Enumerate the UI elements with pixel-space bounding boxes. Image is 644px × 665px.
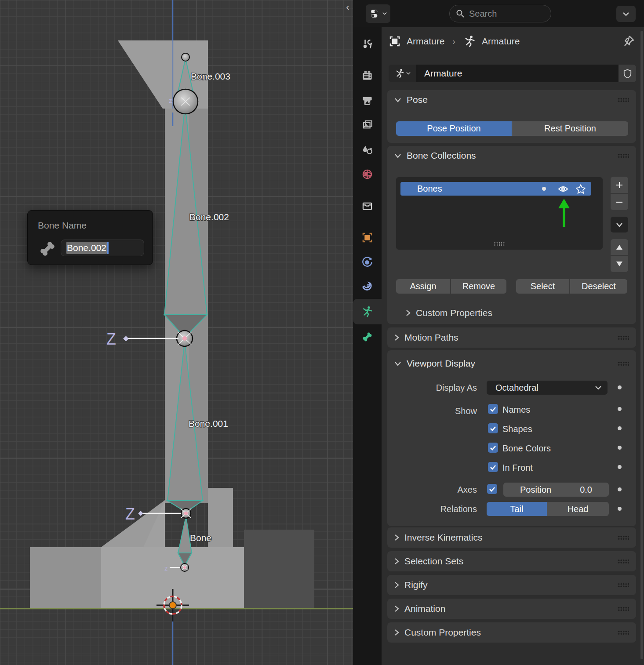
chevron-down-icon <box>394 153 401 158</box>
collection-name: Bones <box>400 184 442 194</box>
datablock-name-field[interactable]: Armature <box>417 65 619 82</box>
remove-button[interactable]: Remove <box>451 279 506 294</box>
bone-collections-header[interactable]: Bone Collections <box>387 146 636 165</box>
tab-view-layer[interactable] <box>353 113 382 137</box>
world-icon <box>361 168 373 180</box>
tab-output[interactable] <box>353 88 382 113</box>
mesh-body[interactable] <box>30 40 314 609</box>
assign-button[interactable]: Assign <box>396 279 451 294</box>
header-options-button[interactable] <box>616 6 636 22</box>
chevron-right-icon <box>406 309 411 316</box>
move-collection-up-button[interactable] <box>611 239 628 255</box>
chevron-down-icon <box>595 385 601 390</box>
bone-name-input[interactable]: Bone.002 <box>61 240 144 256</box>
bone-collection-row-bones[interactable]: Bones <box>400 182 591 196</box>
panel-drag-grip[interactable] <box>617 582 629 588</box>
viewport-display-header[interactable]: Viewport Display <box>387 354 636 373</box>
search-input[interactable]: Search <box>449 5 551 22</box>
tab-bone[interactable] <box>353 324 382 349</box>
panel-drag-grip[interactable] <box>617 97 629 102</box>
object-breadcrumb-icon <box>388 35 401 48</box>
tab-physics[interactable] <box>353 250 382 274</box>
pose-panel-header[interactable]: Pose <box>387 90 636 109</box>
panel-drag-grip[interactable] <box>617 630 629 635</box>
relations-head-button[interactable]: Head <box>547 502 609 516</box>
editor-type-button[interactable] <box>366 4 390 23</box>
panel-drag-grip[interactable] <box>617 335 629 340</box>
constraint-icon <box>361 281 373 293</box>
animate-decorator-dot[interactable] <box>618 426 622 430</box>
id-type-dropdown[interactable] <box>389 65 417 82</box>
animate-decorator-dot[interactable] <box>618 385 622 389</box>
rigify-panel[interactable]: Rigify <box>387 575 636 595</box>
animate-decorator-dot[interactable] <box>618 446 622 450</box>
breadcrumb: Armature › Armature <box>388 33 634 50</box>
position-label: Position <box>520 485 551 495</box>
selection-sets-panel[interactable]: Selection Sets <box>387 551 636 571</box>
motion-paths-panel[interactable]: Motion Paths <box>387 327 636 348</box>
object-origin <box>169 602 176 609</box>
panel-scrollbar[interactable] <box>640 31 643 659</box>
inverse-kinematics-panel[interactable]: Inverse Kinematics <box>387 527 636 548</box>
panel-drag-grip[interactable] <box>617 153 629 158</box>
axes-checkbox[interactable] <box>487 484 497 494</box>
viewport-scene: Z Z z z Bone.003 Bone.002 Bone.001 Bone <box>0 0 353 665</box>
star-icon[interactable] <box>575 184 586 194</box>
rest-position-button[interactable]: Rest Position <box>512 121 628 136</box>
panel-drag-grip[interactable] <box>617 535 629 540</box>
bone-name-label: Bone.002 <box>189 212 229 222</box>
bone-name-popup: Bone Name Bone.002 <box>27 210 153 265</box>
remove-collection-button[interactable] <box>611 194 628 210</box>
bone-colors-checkbox[interactable] <box>488 443 498 453</box>
tab-object-data-active[interactable] <box>353 299 382 324</box>
sidebar-collapse-arrow[interactable]: ‹ <box>343 2 353 13</box>
tab-constraints[interactable] <box>353 274 382 299</box>
tab-scene[interactable] <box>353 137 382 162</box>
animation-title: Animation <box>404 603 445 614</box>
select-button[interactable]: Select <box>516 279 570 294</box>
pin-icon[interactable] <box>621 34 635 48</box>
breadcrumb-object[interactable]: Armature <box>407 36 444 47</box>
animate-decorator-dot[interactable] <box>618 487 622 491</box>
tab-world[interactable] <box>353 162 382 186</box>
tab-collection[interactable] <box>353 193 382 218</box>
fake-user-shield-button[interactable] <box>619 65 636 82</box>
shapes-checkbox[interactable] <box>488 423 498 433</box>
chevron-down-icon <box>382 12 387 15</box>
axes-position-slider[interactable]: Position 0.0 <box>503 483 609 497</box>
collection-dot-icon <box>542 187 546 191</box>
in-front-checkbox[interactable] <box>488 462 498 472</box>
id-block-row: Armature <box>389 65 637 82</box>
deselect-button[interactable]: Deselect <box>570 279 627 294</box>
chevron-down-icon <box>406 72 411 75</box>
animate-decorator-dot[interactable] <box>618 465 622 469</box>
custom-properties-subpanel[interactable]: Custom Properties <box>406 308 492 318</box>
names-label: Names <box>502 405 530 415</box>
move-collection-down-button[interactable] <box>611 256 628 272</box>
rigify-title: Rigify <box>404 580 428 590</box>
animate-decorator-dot[interactable] <box>618 407 622 411</box>
breadcrumb-data[interactable]: Armature <box>482 36 520 47</box>
tab-tool[interactable] <box>353 32 382 56</box>
3d-viewport[interactable]: Z Z z z Bone.003 Bone.002 Bone.001 Bone <box>0 0 353 665</box>
panel-drag-grip[interactable] <box>617 559 629 564</box>
pose-position-button[interactable]: Pose Position <box>396 121 512 136</box>
tab-object[interactable] <box>353 225 382 250</box>
animate-decorator-dot[interactable] <box>618 507 622 511</box>
display-as-dropdown[interactable]: Octahedral <box>487 381 608 395</box>
text-caret <box>107 242 109 254</box>
list-resize-grip[interactable] <box>494 242 505 246</box>
eye-icon[interactable] <box>558 184 568 194</box>
names-checkbox[interactable] <box>488 404 498 414</box>
relations-tail-button[interactable]: Tail <box>487 502 547 516</box>
custom-properties-panel[interactable]: Custom Properties <box>387 622 636 643</box>
triangle-up-icon <box>616 244 623 250</box>
panel-drag-grip[interactable] <box>617 361 629 366</box>
collection-specials-menu[interactable] <box>611 217 628 233</box>
chevron-right-icon <box>394 581 399 589</box>
tab-render[interactable] <box>353 63 382 88</box>
panel-drag-grip[interactable] <box>617 606 629 611</box>
chevron-down-icon <box>616 222 623 227</box>
add-collection-button[interactable] <box>611 177 628 193</box>
animation-panel[interactable]: Animation <box>387 599 636 619</box>
